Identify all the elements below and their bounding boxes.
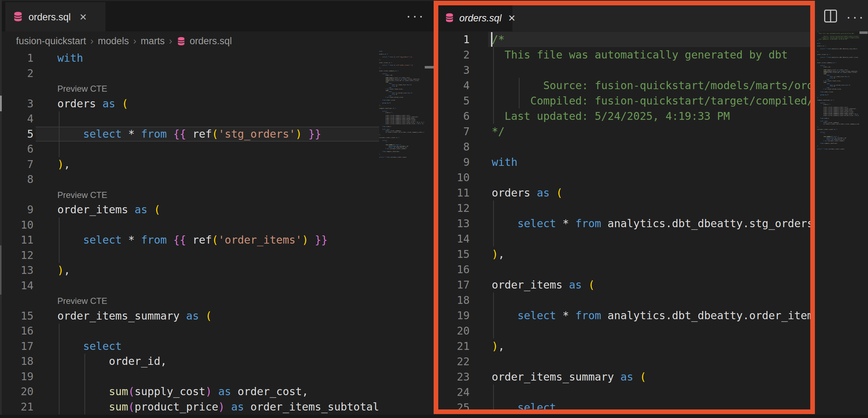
database-icon bbox=[444, 12, 455, 24]
close-tab-icon[interactable]: ✕ bbox=[508, 13, 516, 24]
database-icon bbox=[12, 11, 24, 24]
line-number: 2 bbox=[438, 47, 470, 62]
line-number: 16 bbox=[438, 262, 470, 277]
codelens-label[interactable]: Preview CTE bbox=[57, 81, 107, 96]
line-number: 25 bbox=[438, 400, 470, 414]
tab-label: orders.sql bbox=[29, 12, 71, 23]
line-number: 11 bbox=[438, 185, 470, 200]
indent-guide bbox=[84, 369, 85, 384]
code-text: sum(supply_cost) as order_cost, bbox=[57, 384, 308, 399]
code-line: 20 bbox=[438, 323, 815, 338]
codelens-label[interactable]: Preview CTE bbox=[57, 187, 107, 203]
line-number: 12 bbox=[0, 248, 33, 263]
line-number: 19 bbox=[438, 308, 470, 323]
line-number: 3 bbox=[438, 62, 470, 78]
line-number: 23 bbox=[438, 369, 470, 384]
chevron-right-icon: › bbox=[86, 36, 98, 47]
code-text: select bbox=[57, 339, 122, 354]
breadcrumb-item-models[interactable]: models bbox=[98, 36, 129, 47]
code-line: 16 bbox=[438, 262, 815, 277]
tab-label: orders.sql bbox=[459, 13, 502, 24]
code-line: 14 bbox=[438, 231, 815, 246]
tab-orders-sql-right-preview[interactable]: orders.sql ✕ bbox=[439, 5, 512, 31]
code-line: 6 Last updated: 5/24/2025, 4:19:33 PM bbox=[438, 108, 815, 124]
line-number: 13 bbox=[0, 263, 33, 278]
line-number: 5 bbox=[0, 127, 33, 142]
code-text: select * from analytics.dbt_dbeatty.orde… bbox=[492, 308, 815, 323]
code-text: ), bbox=[57, 157, 70, 172]
right-editor-code-area[interactable]: 1/*2 This file was automatically generat… bbox=[438, 0, 815, 414]
code-line: 9with bbox=[438, 154, 815, 170]
code-line: 20 sum(supply_cost) as order_cost, bbox=[0, 384, 379, 399]
line-number: 3 bbox=[0, 96, 33, 112]
codelens-label[interactable]: Preview CTE bbox=[57, 293, 107, 309]
code-line: 21 sum(product_price) as order_items_sub… bbox=[0, 399, 379, 415]
line-number: 22 bbox=[438, 354, 470, 369]
editor-actions-area: ··· bbox=[815, 0, 868, 31]
code-line: 13 select * from analytics.dbt_dbeatty.s… bbox=[438, 216, 815, 231]
line-number: 17 bbox=[438, 277, 470, 292]
line-number: 4 bbox=[438, 78, 470, 93]
code-line: 12 bbox=[0, 248, 379, 263]
line-number: 10 bbox=[0, 218, 33, 233]
code-text: Source: fusion-quickstart/models/marts/o… bbox=[492, 78, 815, 93]
text-cursor bbox=[491, 32, 492, 47]
codelens-preview-cte[interactable]: Preview CTE bbox=[0, 187, 379, 203]
code-text: select bbox=[492, 400, 556, 414]
minimap[interactable]: withorders as ( select * from {{ ref('st… bbox=[379, 51, 424, 414]
edge-scroll-thumb bbox=[0, 245, 1, 295]
indent-guide bbox=[59, 111, 60, 127]
line-number: 18 bbox=[0, 354, 33, 369]
code-text: ), bbox=[492, 338, 505, 354]
code-line: 3 bbox=[438, 62, 815, 78]
tab-orders-sql-left[interactable]: orders.sql ✕ bbox=[5, 2, 105, 32]
breadcrumb-item-file[interactable]: orders.sql bbox=[190, 36, 232, 47]
code-text: orders as ( bbox=[492, 185, 563, 200]
breadcrumb-item-project[interactable]: fusion-quickstart bbox=[16, 36, 86, 47]
code-text: order_id, bbox=[57, 354, 167, 369]
indent-guide bbox=[493, 384, 494, 400]
vscode-editor-window: 1with2Preview CTE3orders as (45 select *… bbox=[0, 0, 868, 418]
indent-guide bbox=[493, 323, 494, 338]
minimap[interactable]: /* This file was automatically generated… bbox=[817, 31, 859, 395]
left-editor-code-area[interactable]: 1with2Preview CTE3orders as (45 select *… bbox=[0, 0, 379, 414]
code-line: 1with bbox=[0, 51, 379, 66]
code-text: ), bbox=[57, 263, 70, 278]
line-number: 11 bbox=[0, 233, 33, 248]
codelens-preview-cte[interactable]: Preview CTE bbox=[0, 293, 379, 309]
line-number: 4 bbox=[0, 111, 33, 127]
line-number: 9 bbox=[438, 154, 470, 170]
editor-actions-more-icon[interactable]: ··· bbox=[406, 12, 425, 20]
code-line: 19 select * from analytics.dbt_dbeatty.o… bbox=[438, 308, 815, 323]
more-actions-icon[interactable]: ··· bbox=[846, 14, 865, 21]
code-text: select * from {{ ref('stg_orders') }} bbox=[57, 127, 321, 142]
edge-scroll-thumb bbox=[0, 96, 2, 111]
code-line: 1/* bbox=[438, 32, 815, 47]
overview-ruler-cursor-marker bbox=[859, 31, 868, 34]
code-text: with bbox=[57, 51, 83, 66]
code-line: 8 bbox=[438, 139, 815, 154]
code-line: 25 select bbox=[438, 400, 815, 414]
codelens-preview-cte[interactable]: Preview CTE bbox=[0, 81, 379, 96]
line-number: 16 bbox=[0, 323, 33, 339]
code-line: 10 bbox=[0, 218, 379, 233]
close-tab-icon[interactable]: ✕ bbox=[79, 12, 87, 23]
code-text: order_items as ( bbox=[57, 202, 160, 218]
split-editor-icon[interactable] bbox=[824, 10, 837, 22]
code-text: order_items_summary as ( bbox=[492, 369, 646, 384]
code-text: order_items_summary as ( bbox=[57, 309, 212, 324]
code-line: 13), bbox=[0, 263, 379, 278]
code-line: 6 bbox=[0, 142, 379, 157]
code-text: with bbox=[492, 154, 517, 170]
window-edge-strip bbox=[0, 0, 2, 418]
indent-guide bbox=[59, 248, 60, 263]
code-line: 7), bbox=[0, 157, 379, 172]
minimap-line: select * from analytics.dbt_dbeatty.orde… bbox=[817, 56, 859, 58]
chevron-right-icon: › bbox=[129, 36, 141, 47]
code-line: 11orders as ( bbox=[438, 185, 815, 200]
minimap-line: order_items_summary.count_drink_items > … bbox=[817, 115, 859, 116]
code-line: 17 select bbox=[0, 339, 379, 354]
code-line: 9order_items as ( bbox=[0, 202, 379, 218]
breadcrumb-item-marts[interactable]: marts bbox=[141, 36, 165, 47]
code-line: 17order_items as ( bbox=[438, 277, 815, 292]
